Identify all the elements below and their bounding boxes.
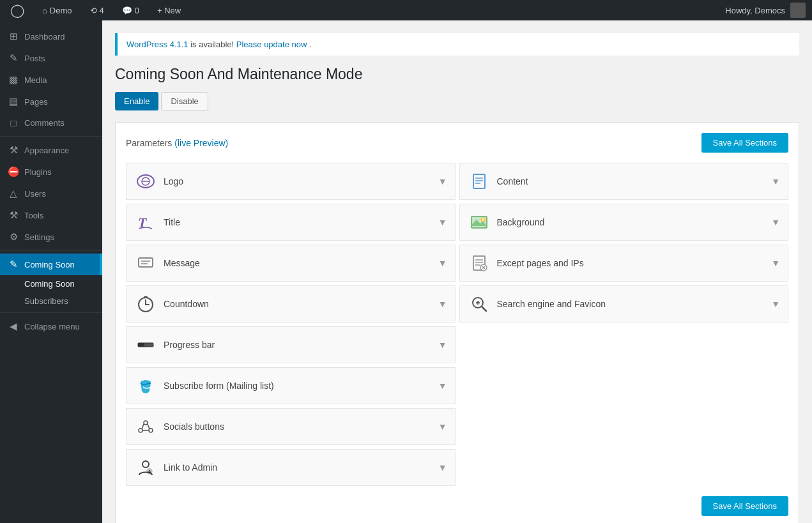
comments-nav-icon: □	[8, 117, 19, 128]
svg-rect-11	[139, 258, 153, 267]
sidebar-item-appearance[interactable]: ⚒ Appearance	[0, 139, 102, 161]
subscribe-section-arrow: ▼	[438, 381, 447, 391]
update-notice: WordPress 4.1.1 is available! Please upd…	[115, 33, 799, 56]
live-preview-link[interactable]: (live Preview)	[174, 138, 228, 148]
home-icon: ⌂	[42, 6, 47, 15]
notice-text-after: .	[309, 40, 312, 49]
disable-button[interactable]: Disable	[161, 92, 208, 110]
search-section-label: Search engine and Favicon	[497, 299, 772, 309]
section-message[interactable]: Message ▼	[126, 245, 456, 282]
pages-icon: ▤	[8, 96, 19, 107]
site-name-button[interactable]: ⌂ Demo	[38, 0, 76, 20]
enable-button[interactable]: Enable	[115, 92, 158, 110]
sidebar-subitem-coming-soon-main[interactable]: Coming Soon	[0, 275, 102, 292]
svg-point-10	[481, 218, 485, 222]
svg-rect-3	[473, 174, 485, 188]
sidebar-label-pages: Pages	[24, 97, 48, 107]
subscribe-section-label: Subscribe form (Mailing list)	[164, 381, 438, 391]
howdy-text: Howdy, Democs	[725, 6, 785, 15]
section-socials-buttons[interactable]: Socials buttons ▼	[126, 408, 456, 445]
collapse-menu-button[interactable]: ◀ Collapse menu	[0, 315, 102, 337]
plugins-icon: ⛔	[8, 166, 19, 178]
section-title[interactable]: T Title ▼	[126, 204, 456, 241]
comments-button[interactable]: 💬 0	[118, 0, 143, 20]
sidebar-label-tools: Tools	[24, 211, 43, 220]
admin-section-arrow: ▼	[438, 462, 447, 473]
sidebar-item-plugins[interactable]: ⛔ Plugins	[0, 161, 102, 183]
title-section-label: Title	[164, 217, 438, 227]
save-all-bottom-button[interactable]: Save All Sections	[701, 496, 788, 516]
save-all-top-button[interactable]: Save All Sections	[701, 133, 788, 153]
sidebar-label-media: Media	[24, 75, 47, 85]
section-search-engine[interactable]: Search engine and Favicon ▼	[459, 285, 789, 322]
grid-spacer-4	[459, 449, 789, 486]
sidebar-item-settings[interactable]: ⚙ Settings	[0, 226, 102, 248]
sidebar-item-media[interactable]: ▩ Media	[0, 69, 102, 91]
wp-logo-button[interactable]: ◯	[6, 0, 28, 20]
sidebar-item-tools[interactable]: ⚒ Tools	[0, 204, 102, 226]
svg-text:A: A	[148, 469, 151, 474]
sidebar-label-users: Users	[24, 189, 46, 199]
except-section-label: Except pages and IPs	[497, 258, 772, 268]
except-section-arrow: ▼	[771, 258, 780, 268]
sidebar-divider-1	[0, 136, 102, 137]
tools-icon: ⚒	[8, 209, 19, 221]
sidebar-label-posts: Posts	[24, 54, 45, 63]
parameters-header: Parameters (live Preview) Save All Secti…	[126, 133, 788, 153]
message-section-icon	[134, 252, 157, 275]
updates-button[interactable]: ⟲ 4	[86, 0, 108, 20]
users-icon: △	[8, 188, 19, 199]
section-subscribe-form[interactable]: Subscribe form (Mailing list) ▼	[126, 367, 456, 404]
sidebar-sublabel-subscribers: Subscribers	[24, 296, 68, 306]
user-avatar[interactable]	[790, 3, 806, 18]
grid-spacer-1	[459, 326, 789, 363]
sidebar-subitem-subscribers[interactable]: Subscribers	[0, 292, 102, 310]
countdown-section-icon	[134, 292, 157, 315]
toggle-buttons: Enable Disable	[115, 92, 799, 110]
logo-section-label: Logo	[164, 176, 438, 186]
grid-spacer-3	[459, 408, 789, 445]
search-section-arrow: ▼	[771, 299, 780, 309]
countdown-section-label: Countdown	[164, 299, 438, 309]
section-except-pages[interactable]: Except pages and IPs ▼	[459, 245, 789, 282]
sidebar-divider-3	[0, 312, 102, 313]
media-icon: ▩	[8, 74, 19, 86]
posts-icon: ✎	[8, 52, 19, 64]
sidebar-sublabel-coming-soon: Coming Soon	[24, 279, 75, 289]
notice-wp-link[interactable]: WordPress 4.1.1	[126, 40, 188, 49]
save-bottom-container: Save All Sections	[126, 496, 788, 516]
section-logo[interactable]: Logo ▼	[126, 163, 456, 200]
sidebar-item-posts[interactable]: ✎ Posts	[0, 47, 102, 69]
notice-text-before: WordPress 4.1.1 is available! Please upd…	[126, 40, 312, 49]
sidebar-item-comments[interactable]: □ Comments	[0, 112, 102, 133]
sidebar-item-pages[interactable]: ▤ Pages	[0, 91, 102, 112]
sidebar-item-coming-soon[interactable]: ✎ Coming Soon	[0, 254, 102, 275]
section-progress-bar[interactable]: Progress bar ▼	[126, 326, 456, 363]
section-countdown[interactable]: Countdown ▼	[126, 285, 456, 322]
sections-grid: Logo ▼ Content ▼	[126, 163, 788, 486]
svg-line-26	[482, 307, 486, 311]
new-content-button[interactable]: + New	[153, 0, 185, 20]
section-link-to-admin[interactable]: A Link to Admin ▼	[126, 449, 456, 486]
title-section-arrow: ▼	[438, 217, 447, 227]
socials-section-arrow: ▼	[438, 421, 447, 432]
collapse-menu-label: Collapse menu	[24, 322, 80, 331]
progress-bar-section-arrow: ▼	[438, 340, 447, 350]
progress-bar-section-icon	[134, 333, 157, 356]
section-content[interactable]: Content ▼	[459, 163, 789, 200]
notice-update-link[interactable]: Please update now	[236, 40, 307, 49]
countdown-section-arrow: ▼	[438, 299, 447, 309]
socials-section-icon	[134, 415, 157, 438]
svg-line-35	[142, 424, 144, 429]
title-section-icon: T	[134, 211, 157, 234]
sidebar-label-plugins: Plugins	[24, 167, 52, 177]
progress-bar-section-label: Progress bar	[164, 340, 438, 350]
sidebar-divider-2	[0, 250, 102, 251]
sidebar-item-users[interactable]: △ Users	[0, 183, 102, 204]
svg-point-38	[142, 461, 149, 467]
section-background[interactable]: Background ▼	[459, 204, 789, 241]
background-section-icon	[468, 211, 491, 234]
comments-icon: 💬	[122, 6, 132, 15]
settings-icon: ⚙	[8, 231, 19, 243]
sidebar-item-dashboard[interactable]: ⊞ Dashboard	[0, 26, 102, 47]
